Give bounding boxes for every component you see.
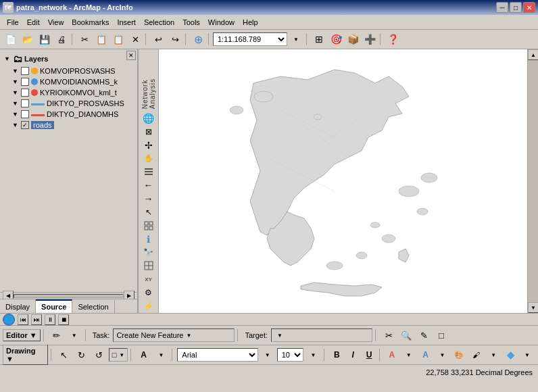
font-size-selector[interactable]: 10: [277, 348, 304, 362]
edit-search-btn[interactable]: 🔍: [398, 328, 414, 343]
scroll-down-btn[interactable]: ▼: [528, 302, 538, 313]
net-btn-cursor[interactable]: ↖: [141, 205, 157, 219]
copy-button[interactable]: 📋: [93, 32, 109, 47]
italic-btn[interactable]: I: [345, 348, 360, 362]
panel-horizontal-scrollbar[interactable]: ◀ ▶: [0, 292, 137, 299]
layer-item-kyrioikomvoi[interactable]: ▼ KYRIOIKOMVOI_kml_t: [1, 87, 136, 98]
playback-next-btn[interactable]: ⏭: [31, 314, 42, 325]
menu-insert[interactable]: Insert: [113, 17, 140, 28]
expand-icon-1[interactable]: ▼: [12, 68, 19, 74]
net-btn-move[interactable]: ✢: [141, 139, 157, 152]
panel-close-button[interactable]: ✕: [126, 51, 136, 60]
net-btn-star[interactable]: ⚙: [141, 286, 157, 299]
marker-btn[interactable]: ◆: [503, 348, 518, 362]
delete-button[interactable]: ✕: [127, 32, 143, 47]
checkbox-1[interactable]: [21, 67, 29, 75]
tab-display[interactable]: Display: [0, 299, 36, 313]
pencil-dropdown[interactable]: ▼: [66, 328, 82, 343]
font-size-dropdown-arrow[interactable]: ▼: [305, 347, 321, 362]
menu-help[interactable]: Help: [239, 17, 262, 28]
checkbox-5[interactable]: [21, 110, 29, 118]
tab-source[interactable]: Source: [36, 299, 72, 313]
playback-prev-btn[interactable]: ⏮: [18, 314, 28, 325]
layers-3d-button[interactable]: 🎯: [328, 32, 344, 47]
expand-icon-5[interactable]: ▼: [12, 111, 19, 118]
net-btn-pan[interactable]: ✋: [141, 152, 157, 166]
layers-expand-icon[interactable]: ▼: [4, 55, 11, 62]
menu-window[interactable]: Window: [204, 17, 239, 28]
shape-dropdown[interactable]: □ ▼: [109, 348, 128, 362]
scrollbar-track[interactable]: [14, 294, 124, 298]
scale-dropdown[interactable]: ▼: [288, 32, 304, 47]
edit-pencil-btn[interactable]: ✎: [416, 328, 432, 343]
net-btn-binoculars[interactable]: 🔭: [141, 246, 157, 260]
edit-cut-btn[interactable]: ✂: [381, 328, 397, 343]
task-dropdown[interactable]: Create New Feature ▼: [113, 328, 235, 342]
cut-button[interactable]: ✂: [76, 32, 93, 47]
checkbox-4[interactable]: [21, 99, 29, 107]
zoom-full-button[interactable]: ⊞: [311, 32, 327, 47]
expand-icon-3[interactable]: ▼: [12, 89, 19, 96]
new-button[interactable]: 📄: [3, 32, 19, 47]
net-btn-arrow[interactable]: ←: [141, 178, 157, 192]
layer-item-diktyo-dianomhs[interactable]: ▼ DIKTYO_DIANOMHS: [1, 109, 136, 120]
menu-edit[interactable]: Edit: [23, 17, 44, 28]
scale-input[interactable]: 1:11.168.789: [213, 32, 287, 46]
net-btn-info[interactable]: ℹ: [141, 232, 157, 246]
expand-icon-4[interactable]: ▼: [12, 100, 19, 107]
playback-pause-btn[interactable]: ⏸: [45, 314, 55, 325]
line-color-dropdown[interactable]: ▼: [485, 347, 502, 362]
edit-rect-btn[interactable]: □: [433, 328, 449, 343]
text-font-arrow[interactable]: ▼: [153, 347, 170, 362]
minimize-button[interactable]: ─: [496, 2, 508, 13]
expand-icon-2[interactable]: ▼: [12, 78, 19, 85]
tab-selection[interactable]: Selection: [72, 299, 114, 313]
net-btn-xyz[interactable]: XY: [141, 272, 157, 286]
drawing-dropdown[interactable]: Drawing ▼: [3, 345, 48, 365]
redo-button[interactable]: ↪: [167, 32, 183, 47]
expand-icon-roads[interactable]: ▼: [12, 122, 19, 128]
net-btn-globe[interactable]: 🌐: [141, 112, 157, 125]
menu-selection[interactable]: Selection: [140, 17, 178, 28]
checkbox-2[interactable]: [21, 78, 29, 86]
net-btn-zoom-extent[interactable]: ⊠: [141, 125, 157, 139]
maximize-button[interactable]: □: [510, 2, 522, 13]
underline-btn[interactable]: U: [362, 348, 376, 362]
pencil-btn[interactable]: ✏: [49, 328, 65, 343]
fill-color-dropdown[interactable]: ▼: [435, 347, 451, 362]
draw-btn2[interactable]: ↻: [74, 347, 90, 362]
font-color-A-btn[interactable]: A: [385, 348, 399, 362]
net-btn-grid[interactable]: [141, 219, 157, 232]
draw-btn3[interactable]: ↺: [91, 347, 107, 362]
paste-button[interactable]: 📋: [110, 32, 126, 47]
add-layer-button[interactable]: ➕: [362, 32, 378, 47]
help-button[interactable]: ❓: [385, 32, 401, 47]
net-btn-grid2[interactable]: [141, 260, 157, 273]
font-color-dropdown[interactable]: ▼: [401, 347, 417, 362]
font-dropdown-arrow[interactable]: ▼: [260, 347, 276, 362]
net-btn-arrow-right[interactable]: →: [141, 192, 157, 205]
menu-view[interactable]: View: [44, 17, 68, 28]
undo-button[interactable]: ↩: [150, 32, 166, 47]
layer-item-komvoiprosvashs[interactable]: ▼ KOMVOIPROSVASHS: [1, 66, 136, 76]
target-dropdown[interactable]: ▼: [271, 328, 372, 342]
text-color-btn[interactable]: A: [136, 347, 152, 362]
layer-item-komvoidianomhs[interactable]: ▼ KOMVOIDIANOMHS_k: [1, 76, 136, 87]
close-button[interactable]: ✕: [523, 2, 535, 13]
open-button[interactable]: 📂: [20, 32, 36, 47]
playback-stop-btn[interactable]: ⏹: [58, 314, 69, 325]
editor-dropdown[interactable]: Editor ▼: [3, 329, 41, 341]
scroll-up-btn[interactable]: ▲: [528, 49, 538, 60]
map-area[interactable]: [159, 49, 527, 313]
bold-btn[interactable]: B: [329, 348, 344, 362]
checkbox-roads[interactable]: ✓: [21, 121, 29, 129]
font-selector[interactable]: Arial: [177, 348, 258, 362]
scroll-track[interactable]: [528, 60, 538, 302]
add-data-button[interactable]: ⊕: [190, 32, 206, 47]
menu-file[interactable]: File: [3, 17, 23, 28]
net-btn-bolt[interactable]: ⚡: [141, 299, 157, 313]
draw-cursor-btn[interactable]: ↖: [56, 347, 72, 362]
net-btn-layer-list[interactable]: [141, 166, 157, 179]
checkbox-3[interactable]: [21, 89, 29, 97]
layer-item-diktyo-prosvashs[interactable]: ▼ DIKTYO_PROSVASHS: [1, 98, 136, 109]
